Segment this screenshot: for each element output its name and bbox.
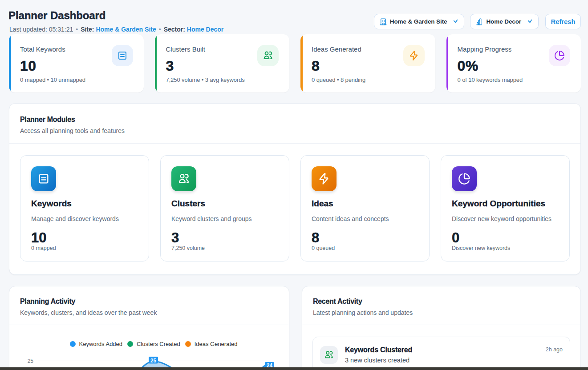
svg-text:25: 25	[150, 358, 157, 364]
svg-text:25: 25	[28, 358, 34, 364]
